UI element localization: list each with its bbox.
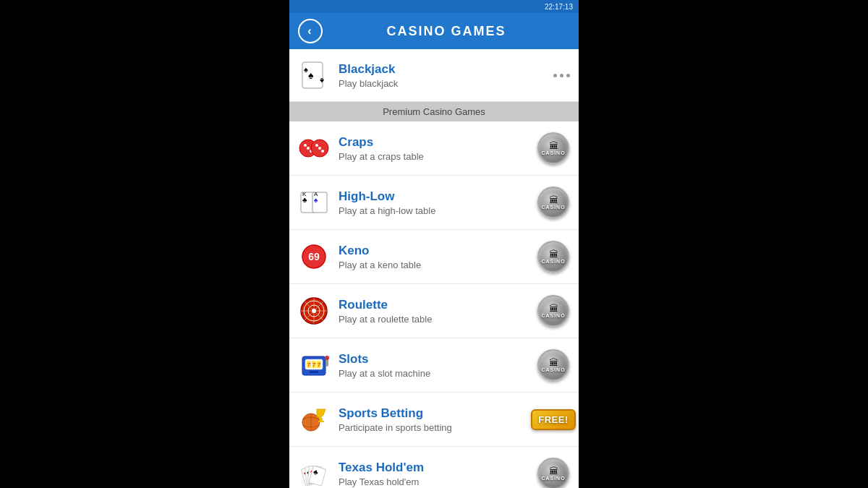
- dot-icon: [566, 74, 570, 77]
- keno-subtitle: Play at a keno table: [339, 260, 537, 270]
- slots-icon: 7 7 7: [298, 349, 330, 381]
- sports-betting-free-badge: FREE!: [537, 403, 570, 436]
- svg-text:69: 69: [308, 251, 320, 262]
- slots-title: Slots: [339, 352, 537, 367]
- texas-holdem-subtitle: Play Texas hold'em: [339, 476, 537, 487]
- back-icon: ‹: [307, 25, 311, 38]
- more-options-button[interactable]: [553, 74, 570, 77]
- high-low-subtitle: Play at a high-low table: [339, 205, 537, 216]
- svg-point-38: [325, 356, 329, 360]
- craps-text: Craps Play at a craps table: [339, 135, 537, 162]
- blackjack-icon: ♠ ♠ ♠: [298, 59, 330, 91]
- keno-title: Keno: [339, 244, 537, 258]
- premium-section-header: Premium Casino Games: [289, 102, 579, 121]
- svg-text:7: 7: [318, 361, 321, 368]
- craps-casino-badge: 🏛 CASINO: [537, 132, 570, 165]
- casino-badge-inner: 🏛 CASINO: [537, 132, 569, 164]
- game-row-sports-betting[interactable]: Sports Betting Participate in sports bet…: [289, 393, 579, 447]
- craps-icon: [298, 132, 330, 164]
- status-time: 22:17:13: [545, 3, 573, 11]
- texas-holdem-title: Texas Hold'em: [339, 461, 537, 475]
- svg-text:7: 7: [312, 361, 316, 368]
- roulette-casino-badge: 🏛 CASINO: [537, 294, 570, 328]
- texas-holdem-icon: ♥ ♠ ♦ ♣: [298, 458, 330, 488]
- roulette-icon: [298, 295, 330, 327]
- blackjack-title: Blackjack: [339, 62, 553, 77]
- app-header: ‹ CASINO GAMES: [289, 13, 579, 49]
- back-button[interactable]: ‹: [298, 19, 323, 43]
- svg-rect-39: [310, 371, 318, 373]
- texas-holdem-casino-badge: 🏛 CASINO: [537, 457, 570, 488]
- casino-badge-inner-hl: 🏛 CASINO: [537, 187, 569, 218]
- keno-icon: 69: [298, 241, 330, 273]
- svg-text:♠: ♠: [308, 69, 314, 81]
- svg-text:7: 7: [307, 361, 311, 368]
- casino-badge-inner-s: 🏛 CASINO: [537, 349, 569, 381]
- keno-text: Keno Play at a keno table: [339, 244, 537, 270]
- free-badge: FREE!: [531, 409, 576, 430]
- phone-container: 22:17:13 ‹ CASINO GAMES ♠ ♠ ♠: [289, 0, 579, 488]
- game-row-texas-holdem[interactable]: ♥ ♠ ♦ ♣ Texas Hol: [289, 447, 579, 488]
- blackjack-subtitle: Play blackjack: [339, 78, 553, 89]
- high-low-icon: ♣ K ♠ A: [298, 187, 330, 218]
- sports-betting-title: Sports Betting: [339, 406, 537, 421]
- high-low-title: High-Low: [339, 189, 537, 204]
- svg-text:K: K: [302, 191, 307, 197]
- high-low-casino-badge: 🏛 CASINO: [537, 186, 570, 219]
- game-row-craps[interactable]: Craps Play at a craps table 🏛 CASINO: [289, 121, 579, 176]
- content-area: ♠ ♠ ♠ Blackjack Play blackjack Premium C…: [289, 49, 579, 488]
- svg-point-7: [307, 147, 310, 150]
- page-title: CASINO GAMES: [323, 24, 570, 39]
- svg-rect-42: [320, 418, 323, 421]
- casino-badge-inner-k: 🏛 CASINO: [537, 241, 569, 273]
- svg-point-10: [315, 144, 318, 147]
- craps-title: Craps: [339, 135, 537, 150]
- dot-icon: [553, 74, 557, 77]
- game-row-roulette[interactable]: Roulette Play at a roulette table 🏛 CASI…: [289, 284, 579, 338]
- sports-betting-icon: [298, 403, 330, 435]
- sports-betting-subtitle: Participate in sports betting: [339, 422, 537, 433]
- casino-badge-inner-r: 🏛 CASINO: [537, 295, 569, 327]
- high-low-text: High-Low Play at a high-low table: [339, 189, 537, 216]
- svg-text:♠: ♠: [320, 77, 324, 85]
- blackjack-row[interactable]: ♠ ♠ ♠ Blackjack Play blackjack: [289, 49, 579, 102]
- game-row-high-low[interactable]: ♣ K ♠ A High-Low Play at a high-low tabl…: [289, 176, 579, 230]
- blackjack-text: Blackjack Play blackjack: [339, 62, 553, 89]
- status-bar: 22:17:13: [289, 0, 579, 13]
- slots-text: Slots Play at a slot machine: [339, 352, 537, 379]
- roulette-title: Roulette: [339, 298, 537, 312]
- dot-icon: [560, 74, 563, 77]
- svg-point-11: [318, 147, 321, 150]
- svg-rect-43: [318, 421, 324, 422]
- sports-betting-text: Sports Betting Participate in sports bet…: [339, 406, 537, 433]
- slots-casino-badge: 🏛 CASINO: [537, 348, 570, 382]
- game-row-keno[interactable]: 69 Keno Play at a keno table 🏛 CASINO: [289, 230, 579, 284]
- svg-point-6: [304, 144, 307, 147]
- casino-badge-inner-th: 🏛 CASINO: [537, 458, 569, 488]
- texas-holdem-text: Texas Hold'em Play Texas hold'em: [339, 461, 537, 487]
- craps-subtitle: Play at a craps table: [339, 151, 537, 162]
- game-row-slots[interactable]: 7 7 7 Slots Play at a slot machine: [289, 338, 579, 393]
- svg-text:A: A: [314, 191, 318, 197]
- svg-point-12: [321, 150, 324, 153]
- roulette-subtitle: Play at a roulette table: [339, 314, 537, 325]
- slots-subtitle: Play at a slot machine: [339, 368, 537, 379]
- roulette-text: Roulette Play at a roulette table: [339, 298, 537, 325]
- keno-casino-badge: 🏛 CASINO: [537, 240, 570, 273]
